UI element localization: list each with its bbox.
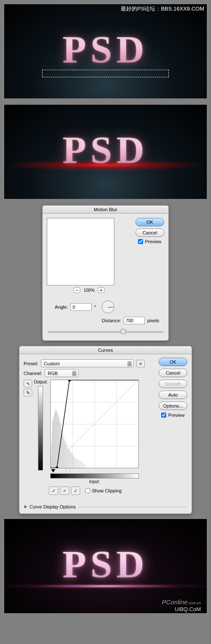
psd-text: PSD xyxy=(62,541,149,586)
show-clipping-label: Show Clipping xyxy=(92,488,122,493)
curve-pencil-tool-icon[interactable]: ✎ xyxy=(24,389,32,397)
watermark-top: 最好的PS论坛：BBS.16XX8.COM xyxy=(121,5,204,13)
input-gradient xyxy=(50,473,139,478)
preset-label: Preset: xyxy=(24,361,38,366)
distance-slider[interactable] xyxy=(48,328,163,335)
curve-line xyxy=(51,380,138,468)
ok-button[interactable]: OK xyxy=(135,218,164,226)
distance-unit: pixels xyxy=(147,318,159,323)
cancel-button[interactable]: Cancel xyxy=(135,228,164,237)
eyedropper-black-icon[interactable]: ✓ xyxy=(49,486,58,495)
dialog-title: Curves xyxy=(19,346,192,354)
psd-text: PSD xyxy=(62,27,149,71)
angle-label: Angle: xyxy=(48,304,68,310)
disclosure-triangle-icon[interactable] xyxy=(24,505,27,508)
svg-rect-2 xyxy=(68,380,70,381)
curves-dialog: Curves Preset: Custom ≡ Channel: RGB ∿ ✎ xyxy=(19,346,192,514)
result-image-2: PSD xyxy=(4,105,207,199)
curve-point-tool-icon[interactable]: ∿ xyxy=(24,380,32,387)
watermark-pconline: PConline.com.cn xyxy=(162,598,201,606)
output-gradient xyxy=(38,386,43,470)
channel-label: Channel: xyxy=(24,371,42,376)
preset-menu-icon[interactable]: ≡ xyxy=(136,360,145,367)
zoom-out-button[interactable]: − xyxy=(73,287,80,293)
watermark-uibq: UiBQ.CoM xyxy=(175,606,201,612)
channel-select[interactable]: RGB xyxy=(45,369,78,377)
eyedropper-white-icon[interactable]: ✓ xyxy=(71,486,80,495)
preview-label: Preview xyxy=(168,413,184,418)
cancel-button[interactable]: Cancel xyxy=(159,369,187,377)
preview-checkbox[interactable] xyxy=(161,413,166,418)
distance-input[interactable] xyxy=(124,317,145,324)
svg-line-0 xyxy=(51,380,138,468)
dialog-title: Motion Blur xyxy=(43,206,168,214)
eyedropper-gray-icon[interactable]: ✓ xyxy=(60,486,69,495)
preview-box xyxy=(47,218,114,285)
degree-symbol: ° xyxy=(94,304,96,310)
disclosure-label: Curve Display Options xyxy=(30,504,76,509)
angle-dial[interactable] xyxy=(102,301,114,313)
zoom-level: 100% xyxy=(84,288,95,293)
options-button[interactable]: Options... xyxy=(159,402,187,410)
preview-label: Preview xyxy=(145,239,161,244)
output-label: Output: xyxy=(34,380,48,384)
preset-select[interactable]: Custom xyxy=(41,359,134,367)
selection-marquee xyxy=(42,70,169,77)
preview-checkbox[interactable] xyxy=(138,239,143,244)
black-point-slider[interactable] xyxy=(51,469,55,473)
auto-button[interactable]: Auto xyxy=(159,391,187,399)
smooth-button[interactable]: Smooth xyxy=(159,380,187,388)
curve-grid[interactable] xyxy=(50,380,139,468)
distance-label: Distance: xyxy=(102,318,121,323)
white-point-slider[interactable] xyxy=(66,469,70,473)
result-image-3: PSD PConline.com.cn UiBQ.CoM xyxy=(4,519,207,613)
ok-button[interactable]: OK xyxy=(159,358,187,366)
show-clipping-checkbox[interactable] xyxy=(85,488,90,493)
zoom-in-button[interactable]: + xyxy=(98,287,105,293)
motion-blur-dialog: Motion Blur − 100% + OK Cancel Preview xyxy=(42,205,169,341)
svg-rect-1 xyxy=(56,467,58,468)
angle-input[interactable] xyxy=(70,303,92,311)
input-label: Input: xyxy=(89,479,100,484)
result-image-1: 最好的PS论坛：BBS.16XX8.COM PSD xyxy=(4,4,207,98)
psd-text: PSD xyxy=(62,127,149,172)
